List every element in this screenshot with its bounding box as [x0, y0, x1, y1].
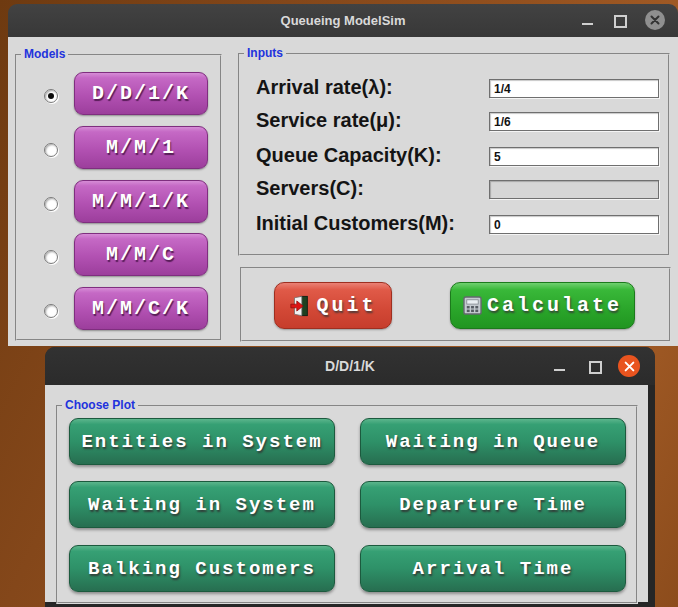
radio-model-mm1k[interactable]: [44, 197, 58, 211]
main-window: Queueing ModelSim Models D/D/1/K M/M/1 M…: [8, 4, 678, 346]
minimize-icon[interactable]: [582, 23, 593, 25]
choose-plot-groupbox: Choose Plot Entities in System Waiting i…: [56, 405, 638, 604]
service-rate-label: Service rate(μ):: [256, 109, 402, 131]
model-button-mm1[interactable]: M/M/1: [74, 126, 208, 169]
model-button-mmc[interactable]: M/M/C: [74, 233, 208, 276]
main-window-titlebar[interactable]: Queueing ModelSim: [8, 4, 678, 37]
models-groupbox: Models D/D/1/K M/M/1 M/M/1/K M/M/C M/M/C…: [15, 54, 222, 341]
arrival-rate-field[interactable]: [489, 79, 659, 98]
queue-capacity-field[interactable]: [489, 147, 659, 166]
actions-frame: Quit Calculate: [240, 267, 671, 342]
exit-door-icon: [289, 294, 311, 318]
service-rate-field[interactable]: [489, 112, 659, 131]
choose-plot-group-label: Choose Plot: [62, 398, 138, 412]
plot-window-content: Choose Plot Entities in System Waiting i…: [45, 385, 648, 602]
inputs-groupbox: Inputs Arrival rate(λ): Service rate(μ):…: [238, 53, 670, 256]
main-window-title: Queueing ModelSim: [8, 4, 678, 37]
maximize-icon[interactable]: [589, 361, 602, 374]
initial-customers-label: Initial Customers(M):: [256, 212, 455, 234]
plot-window-title: D/D/1/K: [45, 347, 655, 385]
radio-model-mm1[interactable]: [44, 143, 58, 157]
plot-button-waiting-in-queue[interactable]: Waiting in Queue: [360, 418, 626, 465]
radio-model-mmc[interactable]: [44, 250, 58, 264]
plot-window-titlebar[interactable]: D/D/1/K: [45, 347, 655, 385]
plot-button-arrival-time[interactable]: Arrival Time: [360, 545, 626, 592]
model-button-dd1k[interactable]: D/D/1/K: [74, 72, 208, 115]
inputs-group-label: Inputs: [244, 46, 286, 60]
model-button-mmck[interactable]: M/M/C/K: [74, 287, 208, 330]
radio-model-ddlk[interactable]: [44, 89, 58, 103]
quit-button[interactable]: Quit: [274, 282, 392, 329]
minimize-icon[interactable]: [554, 369, 565, 371]
calculator-icon: [463, 296, 482, 315]
model-button-mm1k[interactable]: M/M/1/K: [74, 180, 208, 223]
maximize-icon[interactable]: [614, 15, 627, 28]
plot-button-departure-time[interactable]: Departure Time: [360, 481, 626, 528]
calculate-button[interactable]: Calculate: [450, 282, 635, 329]
plot-button-balking-customers[interactable]: Balking Customers: [69, 545, 335, 592]
plot-button-entities-in-system[interactable]: Entities in System: [69, 418, 335, 465]
arrival-rate-label: Arrival rate(λ):: [256, 76, 393, 98]
radio-model-mmck[interactable]: [44, 304, 58, 318]
plot-button-waiting-in-system[interactable]: Waiting in System: [69, 481, 335, 528]
models-group-label: Models: [21, 47, 68, 61]
close-icon[interactable]: [618, 355, 640, 377]
servers-field: [489, 180, 659, 199]
queue-capacity-label: Queue Capacity(K):: [256, 144, 442, 166]
plot-window: D/D/1/K Choose Plot Entities in System W…: [45, 347, 655, 607]
quit-button-label: Quit: [316, 294, 376, 317]
close-icon[interactable]: [645, 10, 665, 30]
main-window-content: Models D/D/1/K M/M/1 M/M/1/K M/M/C M/M/C…: [8, 37, 678, 346]
initial-customers-field[interactable]: [489, 215, 659, 234]
calculate-button-label: Calculate: [487, 294, 622, 317]
servers-label: Servers(C):: [256, 177, 364, 199]
